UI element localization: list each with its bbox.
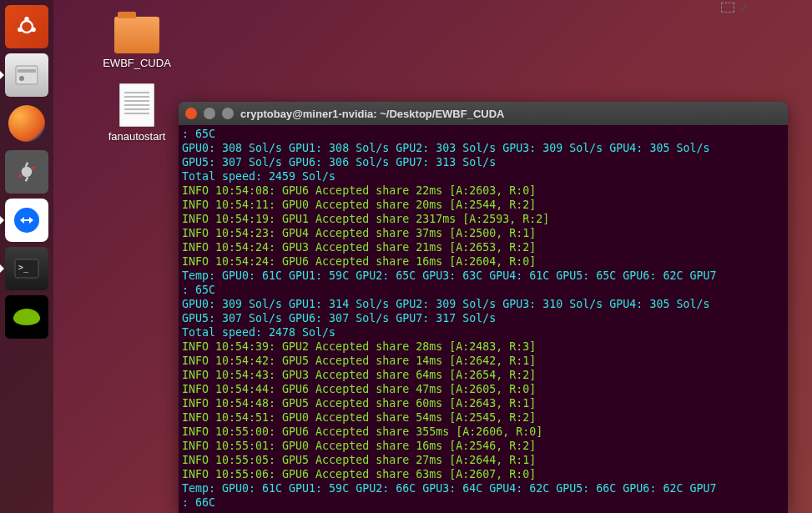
svg-point-0 xyxy=(21,21,33,33)
svg-point-6 xyxy=(19,76,24,81)
terminal-line: : 65C xyxy=(182,127,784,141)
svg-point-7 xyxy=(22,167,33,178)
screenshot-indicator: ⤢ xyxy=(721,0,747,15)
launcher-settings[interactable] xyxy=(5,150,48,194)
terminal-line: INFO 10:54:48: GPU5 Accepted share 60ms … xyxy=(182,396,784,410)
launcher-terminal[interactable]: >_ xyxy=(5,247,48,290)
svg-point-1 xyxy=(24,17,28,21)
folder-icon xyxy=(114,17,159,53)
desktop-icon-ewbf_cuda[interactable]: EWBF_CUDA xyxy=(95,17,179,69)
terminal-window[interactable]: cryptobay@miner1-nvidia: ~/Desktop/EWBF_… xyxy=(179,102,788,513)
terminal-line: INFO 10:54:23: GPU4 Accepted share 37ms … xyxy=(182,226,784,240)
terminal-line: INFO 10:55:05: GPU5 Accepted share 27ms … xyxy=(182,453,784,467)
desktop-icon-fanautostart[interactable]: fanautostart xyxy=(95,83,179,143)
window-maximize-button[interactable] xyxy=(222,108,234,119)
svg-point-2 xyxy=(31,28,35,32)
terminal-line: INFO 10:55:00: GPU6 Accepted share 355ms… xyxy=(182,425,784,439)
unity-launcher: >_ xyxy=(0,0,53,513)
launcher-nvidia[interactable] xyxy=(5,295,48,339)
terminal-line: INFO 10:54:43: GPU3 Accepted share 64ms … xyxy=(182,368,784,382)
svg-rect-4 xyxy=(16,66,38,84)
firefox-icon xyxy=(8,105,45,142)
settings-gear-icon xyxy=(14,159,39,184)
launcher-teamviewer[interactable] xyxy=(5,199,48,242)
expand-icon: ⤢ xyxy=(739,3,747,13)
terminal-line: : 66C xyxy=(182,495,784,510)
terminal-line: INFO 10:54:39: GPU2 Accepted share 28ms … xyxy=(182,339,784,354)
launcher-dash[interactable] xyxy=(5,5,48,48)
terminal-line: INFO 10:54:08: GPU6 Accepted share 22ms … xyxy=(182,184,784,198)
terminal-line: GPU0: 308 Sol/s GPU1: 308 Sol/s GPU2: 30… xyxy=(182,141,784,155)
desktop-icon-label: fanautostart xyxy=(95,130,179,143)
file-manager-icon xyxy=(14,64,39,86)
terminal-line: INFO 10:54:24: GPU6 Accepted share 16ms … xyxy=(182,254,784,269)
terminal-title: cryptobay@miner1-nvidia: ~/Desktop/EWBF_… xyxy=(240,108,504,120)
ubuntu-logo-icon xyxy=(15,15,38,38)
terminal-line: Total speed: 2478 Sol/s xyxy=(182,325,784,339)
terminal-line: INFO 10:54:51: GPU0 Accepted share 54ms … xyxy=(182,410,784,425)
text-file-icon xyxy=(119,83,154,127)
window-close-button[interactable] xyxy=(185,108,197,119)
launcher-firefox[interactable] xyxy=(5,102,48,145)
terminal-line: GPU0: 309 Sol/s GPU1: 314 Sol/s GPU2: 30… xyxy=(182,297,784,311)
terminal-line: INFO 10:54:44: GPU6 Accepted share 47ms … xyxy=(182,382,784,396)
desktop-icon-label: EWBF_CUDA xyxy=(95,57,179,69)
terminal-line: Temp: GPU0: 61C GPU1: 59C GPU2: 65C GPU3… xyxy=(182,269,784,283)
svg-rect-5 xyxy=(18,69,36,73)
terminal-line: INFO 10:54:24: GPU3 Accepted share 21ms … xyxy=(182,240,784,254)
selection-box-icon xyxy=(721,3,734,13)
terminal-output[interactable]: : 65CGPU0: 308 Sol/s GPU1: 308 Sol/s GPU… xyxy=(179,125,788,513)
teamviewer-icon xyxy=(14,208,39,233)
svg-text:>_: >_ xyxy=(18,263,29,273)
nvidia-icon xyxy=(13,309,40,325)
terminal-icon: >_ xyxy=(14,259,39,279)
terminal-line: GPU5: 307 Sol/s GPU6: 307 Sol/s GPU7: 31… xyxy=(182,311,784,325)
terminal-line: INFO 10:54:11: GPU0 Accepted share 20ms … xyxy=(182,198,784,212)
terminal-titlebar[interactable]: cryptobay@miner1-nvidia: ~/Desktop/EWBF_… xyxy=(179,102,788,125)
terminal-line: INFO 10:54:42: GPU5 Accepted share 14ms … xyxy=(182,354,784,368)
terminal-line: INFO 10:55:06: GPU6 Accepted share 63ms … xyxy=(182,467,784,481)
terminal-line: INFO 10:55:01: GPU0 Accepted share 16ms … xyxy=(182,439,784,453)
window-minimize-button[interactable] xyxy=(204,108,215,119)
terminal-line: : 65C xyxy=(182,283,784,297)
svg-point-3 xyxy=(18,28,22,32)
terminal-line: Total speed: 2459 Sol/s xyxy=(182,169,784,184)
terminal-line: Temp: GPU0: 61C GPU1: 59C GPU2: 66C GPU3… xyxy=(182,481,784,495)
terminal-line: INFO 10:54:19: GPU1 Accepted share 2317m… xyxy=(182,212,784,226)
launcher-files[interactable] xyxy=(5,53,48,97)
terminal-line: GPU5: 307 Sol/s GPU6: 306 Sol/s GPU7: 31… xyxy=(182,155,784,169)
